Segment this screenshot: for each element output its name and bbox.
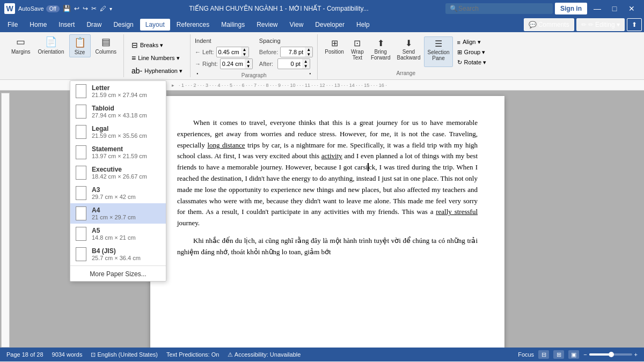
zoom-thumb[interactable] [609,352,614,357]
spacing-label: Spacing [259,38,313,44]
language: ⊡ English (United States) [91,351,158,358]
columns-button[interactable]: ▤ Columns [93,34,119,56]
send-backward-button[interactable]: ⬇ SendBackward [394,36,423,67]
indent-label: Indent [195,38,253,44]
spacing-after-input[interactable]: ▲ ▼ [277,58,310,69]
paragraph-group-label: Paragraph [239,71,269,79]
menu-draw[interactable]: Draw [81,19,107,31]
left-label: ← Left: [195,49,214,55]
save-icon[interactable]: 💾 [63,5,71,12]
indent-left-input[interactable]: ▲ ▼ [216,47,249,57]
zoom-out-icon[interactable]: − [583,351,587,358]
maximize-button[interactable]: □ [606,3,623,14]
line-numbers-button[interactable]: ≡ Line Numbers ▾ [128,53,186,63]
paper-a5[interactable]: A5 14.8 cm × 21 cm [70,224,166,244]
undo-icon[interactable]: ↩ [74,5,79,12]
zoom-in-icon[interactable]: + [634,351,638,358]
paper-size-executive: 18.42 cm × 26.67 cm [92,173,147,180]
after-down[interactable]: ▼ [302,64,310,69]
paper-b4-jis[interactable]: B4 (JIS) 25.7 cm × 36.4 cm [70,244,166,264]
menu-view[interactable]: View [284,19,309,31]
more-paper-sizes-button[interactable]: More Paper Sizes... [70,267,166,281]
indent-left-value[interactable] [217,48,241,56]
paper-letter[interactable]: Letter 21.59 cm × 27.94 cm [70,81,166,101]
autosave-toggle[interactable]: Off [46,5,60,12]
menu-right: 💬 Comments ✏ ✏ Editing ▾ ⬆ [524,18,642,31]
paper-a3[interactable]: A3 29.7 cm × 42 cm [70,183,166,203]
indent-right-down[interactable]: ▼ [245,64,252,69]
spacing-after-value[interactable] [278,60,302,68]
autosave-section: AutoSave Off [18,5,60,12]
orientation-button[interactable]: 📄 Orientation [35,34,67,56]
paragraph-expand-right[interactable]: ⬝ [308,69,313,79]
paper-a4[interactable]: A4 21 cm × 29.7 cm [70,203,166,224]
paragraph-expand-left[interactable]: ⬝ [195,69,200,79]
focus-button[interactable]: Focus [518,351,534,358]
indent-right-value[interactable] [221,60,245,68]
indent-right-input[interactable]: ▲ ▼ [220,58,253,69]
menu-layout[interactable]: Layout [140,19,170,31]
search-input[interactable] [445,3,553,14]
paragraph-2: Khi nhắc đến du lịch, ai cũng nghĩ rằng … [177,235,478,258]
format-icon[interactable]: 🖊 [100,5,106,12]
cut-icon[interactable]: ✂ [91,5,97,12]
spacing-after-row: After: ▲ ▼ [259,58,313,69]
close-button[interactable]: ✕ [624,3,640,14]
bring-forward-button[interactable]: ⬆ BringForward [368,36,393,67]
title-bar-left: W AutoSave Off 💾 ↩ ↪ ✂ 🖊 ▾ [4,3,112,14]
underline-really-stressful: really stressful [436,208,478,216]
vertical-ruler [1,93,10,348]
menu-file[interactable]: File [2,19,23,31]
rotate-button[interactable]: ↻ Rotate ▾ [454,58,489,67]
status-bar: Page 18 of 28 9034 words ⊡ English (Unit… [0,348,644,361]
indent-left-down[interactable]: ▼ [241,52,248,57]
hyphenation-button[interactable]: ab- Hyphenation ▾ [128,65,186,76]
redo-icon[interactable]: ↪ [83,5,88,12]
ribbon: ▭ Margins 📄 Orientation 📋 Size ▤ Columns… [0,32,644,80]
size-button[interactable]: 📋 Size [69,34,91,57]
minimize-button[interactable]: — [589,3,605,14]
breaks-button[interactable]: ⊟ Breaks ▾ [128,40,186,50]
menu-mailings[interactable]: Mailings [216,19,250,31]
spacing-before-value[interactable] [281,48,305,56]
paper-statement[interactable]: Statement 13.97 cm × 21.59 cm [70,142,166,162]
margins-button[interactable]: ▭ Margins [9,34,33,56]
zoom-control: − + [583,351,638,358]
before-down[interactable]: ▼ [305,52,312,57]
menu-home[interactable]: Home [24,19,52,31]
customize-icon[interactable]: ▾ [109,6,112,12]
before-up[interactable]: ▲ [305,47,312,52]
paper-icon-a5 [76,227,86,241]
selection-pane-button[interactable]: ☰ SelectionPane [424,36,452,67]
menu-developer[interactable]: Developer [310,19,350,31]
menu-help[interactable]: Help [351,19,375,31]
paper-tabloid[interactable]: Tabloid 27.94 cm × 43.18 cm [70,101,166,122]
comments-button[interactable]: 💬 Comments [524,18,574,31]
editing-button[interactable]: ✏ ✏ Editing ▾ [576,18,625,31]
after-spinners: ▲ ▼ [302,59,310,69]
spacing-before-input[interactable]: ▲ ▼ [280,47,313,57]
menu-insert[interactable]: Insert [53,19,80,31]
view-icon-3[interactable]: ▣ [568,350,579,359]
menu-design[interactable]: Design [108,19,138,31]
document-page[interactable]: When it comes to travel, everyone thinks… [150,96,504,348]
after-up[interactable]: ▲ [302,59,310,64]
dropdown-scroll[interactable]: Letter 21.59 cm × 27.94 cm Tabloid 27.94… [70,81,166,264]
align-button[interactable]: ≡ Align ▾ [454,38,489,47]
indent-left-up[interactable]: ▲ [241,47,248,52]
view-icon-1[interactable]: ⊟ [538,350,549,359]
share-button[interactable]: ⬆ [627,18,642,31]
zoom-slider[interactable] [589,353,632,356]
indent-right-up[interactable]: ▲ [245,59,252,64]
group-button[interactable]: ⊞ Group ▾ [454,48,489,57]
columns-icon: ▤ [101,36,111,48]
sign-in-button[interactable]: Sign in [555,3,587,14]
menu-references[interactable]: References [171,19,215,31]
position-button[interactable]: ⊞ Position [322,36,347,67]
menu-review[interactable]: Review [251,19,283,31]
ribbon-group-arrange: ⊞ Position ⊡ WrapText ⬆ BringForward ⬇ S… [318,34,494,77]
view-icon-2[interactable]: ⊞ [553,350,564,359]
paper-executive[interactable]: Executive 18.42 cm × 26.67 cm [70,162,166,183]
wrap-text-button[interactable]: ⊡ WrapText [348,36,367,67]
paper-legal[interactable]: Legal 21.59 cm × 35.56 cm [70,122,166,142]
